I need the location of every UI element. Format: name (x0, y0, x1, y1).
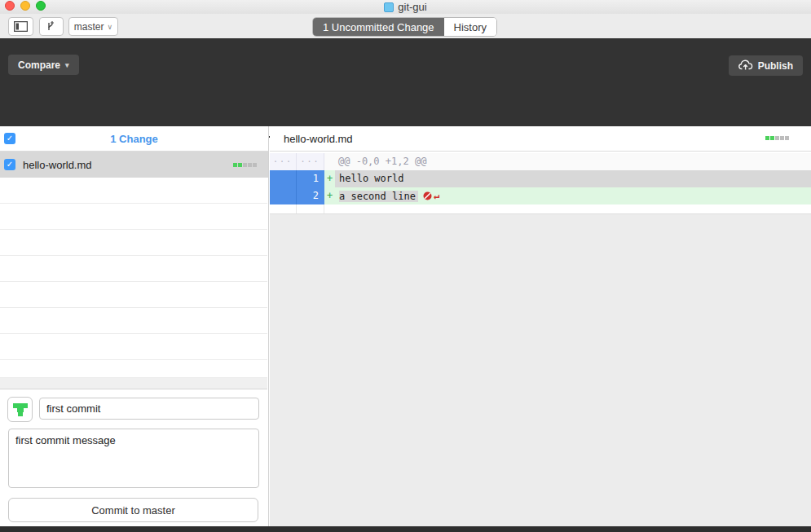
hunk-sign-gutter (324, 153, 335, 170)
titlebar: git-gui (0, 0, 811, 14)
cloud-upload-icon (738, 59, 753, 73)
hunk-gutter-new: ··· (297, 153, 324, 170)
new-line-number-gutter[interactable]: 1 (297, 170, 324, 187)
compare-button[interactable]: Compare ▾ (8, 55, 79, 75)
list-row-empty (0, 282, 267, 308)
hunk-gutter-old: ··· (270, 153, 297, 170)
app-window: git-gui master ∨ (0, 0, 811, 532)
chevron-down-icon: ▾ (65, 61, 69, 69)
diff-line-2[interactable]: 2 + a second line↵ (270, 187, 811, 204)
compare-label: Compare (18, 59, 60, 71)
changed-file-row[interactable]: ✓ hello-world.md (0, 152, 268, 178)
diff-blank-row (270, 204, 811, 213)
avatar (7, 397, 33, 422)
window-title: git-gui (0, 1, 811, 13)
file-list (0, 178, 267, 378)
list-row-empty (0, 178, 267, 204)
diff-line-text: a second line↵ (335, 187, 811, 204)
no-newline-icon: ↵ (423, 187, 439, 204)
window-title-text: git-gui (398, 1, 426, 13)
diff-header: hello-world.md (270, 126, 811, 152)
diffstat-icon (765, 136, 789, 140)
diff-empty-area (270, 213, 811, 526)
added-sign: + (324, 187, 335, 204)
list-row-empty (0, 204, 267, 230)
old-line-number-gutter[interactable] (270, 170, 297, 187)
commit-summary-input[interactable] (39, 398, 259, 420)
added-sign: + (324, 170, 335, 187)
list-row-empty (0, 256, 267, 282)
tab-uncommitted-changes[interactable]: 1 Uncommitted Change (313, 18, 444, 36)
diff-panel: hello-world.md ··· ··· @@ -0,0 +1,2 @@ 1… (270, 126, 811, 526)
changes-header: ✓ 1 Change (0, 126, 268, 152)
commit-button[interactable]: Commit to master (8, 498, 258, 522)
branch-dropdown-label: master (74, 21, 104, 33)
diff-table: ··· ··· @@ -0,0 +1,2 @@ 1 + hello world … (270, 153, 811, 213)
branch-plus-icon (46, 20, 57, 33)
file-checkbox[interactable]: ✓ (4, 159, 15, 170)
toolbar: master ∨ 1 Uncommitted Change History (0, 14, 811, 38)
diffstat-icon (233, 163, 257, 167)
changes-panel: ✓ 1 Change ✓ hello-world.md (0, 126, 269, 526)
publish-label: Publish (758, 60, 793, 72)
commit-description-input[interactable]: first commit message (8, 429, 259, 488)
selected-text: a second line (339, 191, 418, 202)
bottom-window-edge (0, 526, 811, 532)
list-row-empty (0, 308, 267, 334)
create-branch-button[interactable] (39, 17, 64, 36)
sidebar-icon (14, 21, 28, 32)
old-line-number-gutter[interactable] (270, 187, 297, 204)
chevron-down-icon: ∨ (108, 23, 113, 31)
list-row-empty (0, 230, 267, 256)
toggle-sidebar-button[interactable] (8, 17, 33, 36)
branch-bar: Compare ▾ Publish master (0, 38, 811, 126)
diff-line-1[interactable]: 1 + hello world (270, 170, 811, 187)
tab-history-label: History (454, 21, 487, 33)
file-list-footer (0, 378, 267, 389)
identicon (11, 401, 29, 419)
list-row-empty (0, 334, 267, 360)
diff-line-text: hello world (335, 170, 811, 187)
commit-box: first commit message Commit to master (0, 389, 267, 526)
changes-count-label: 1 Change (0, 133, 268, 145)
branch-dropdown[interactable]: master ∨ (68, 17, 118, 36)
list-row-empty (0, 360, 267, 378)
view-segmented-control: 1 Uncommitted Change History (312, 17, 497, 37)
tab-history[interactable]: History (444, 18, 496, 36)
hunk-header-text: @@ -0,0 +1,2 @@ (335, 153, 811, 170)
diff-file-name: hello-world.md (284, 133, 353, 145)
main-content: ✓ 1 Change ✓ hello-world.md (0, 126, 811, 526)
file-name-label: hello-world.md (23, 159, 233, 171)
hunk-header-row: ··· ··· @@ -0,0 +1,2 @@ (270, 153, 811, 170)
app-proxy-icon (384, 2, 394, 12)
new-line-number-gutter[interactable]: 2 (297, 187, 324, 204)
publish-button[interactable]: Publish (729, 55, 803, 76)
tab-uncommitted-label: 1 Uncommitted Change (323, 21, 434, 33)
